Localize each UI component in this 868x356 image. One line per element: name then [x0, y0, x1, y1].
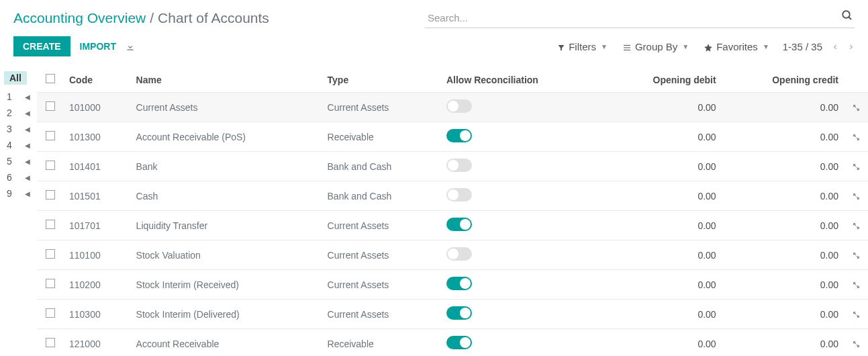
breadcrumb-separator: / [150, 10, 154, 26]
row-checkbox[interactable] [46, 101, 55, 111]
caret-left-icon: ◀ [25, 142, 30, 149]
cell-name: Cash [131, 181, 322, 211]
table-row[interactable]: 101701Liquidity TransferCurrent Assets0.… [37, 211, 868, 240]
table-row[interactable]: 101501CashBank and Cash0.000.00 [37, 181, 868, 211]
sidebar: All 1◀2◀3◀4◀5◀6◀9◀ [0, 67, 37, 356]
col-code[interactable]: Code [64, 67, 131, 93]
row-checkbox[interactable] [46, 308, 55, 318]
reconcile-toggle[interactable] [446, 306, 472, 320]
favorites-button[interactable]: Favorites ▼ [704, 40, 769, 52]
cell-opening-debit: 0.00 [604, 240, 722, 270]
cell-code: 121000 [64, 329, 131, 357]
search-icon[interactable] [841, 9, 853, 21]
cell-name: Account Receivable (PoS) [131, 122, 322, 152]
cell-type: Bank and Cash [322, 181, 441, 211]
table-row[interactable]: 110300Stock Interim (Delivered)Current A… [37, 300, 868, 329]
cell-code: 101401 [64, 152, 131, 181]
expand-icon[interactable] [844, 300, 868, 329]
col-name[interactable]: Name [131, 67, 322, 93]
table-row[interactable]: 110200Stock Interim (Received)Current As… [37, 270, 868, 300]
sidebar-item[interactable]: 2◀ [4, 105, 37, 121]
table-row[interactable]: 101300Account Receivable (PoS)Receivable… [37, 122, 868, 152]
sidebar-item[interactable]: 5◀ [4, 153, 37, 169]
cell-type: Current Assets [322, 270, 441, 300]
row-checkbox[interactable] [46, 338, 55, 347]
col-reconcile[interactable]: Allow Reconciliation [441, 67, 604, 93]
select-all-checkbox[interactable] [46, 74, 55, 83]
cell-opening-credit: 0.00 [722, 122, 844, 152]
cell-type: Current Assets [322, 300, 441, 329]
cell-opening-debit: 0.00 [604, 211, 722, 240]
cell-opening-credit: 0.00 [722, 240, 844, 270]
cell-opening-debit: 0.00 [604, 152, 722, 181]
table-row[interactable]: 101000Current AssetsCurrent Assets0.000.… [37, 93, 868, 122]
col-opening-debit[interactable]: Opening debit [604, 67, 722, 93]
row-checkbox[interactable] [46, 190, 55, 199]
reconcile-toggle[interactable] [446, 188, 472, 202]
svg-rect-2 [624, 45, 630, 46]
cell-opening-debit: 0.00 [604, 93, 722, 122]
cell-code: 110300 [64, 300, 131, 329]
import-button[interactable]: IMPORT [80, 41, 116, 52]
pager-next[interactable] [848, 40, 855, 52]
breadcrumb-root[interactable]: Accounting Overview [13, 10, 146, 26]
sidebar-item-label: 3 [7, 124, 12, 134]
pager-text: 1-35 / 35 [783, 41, 822, 52]
cell-name: Liquidity Transfer [131, 211, 322, 240]
caret-left-icon: ◀ [25, 174, 30, 181]
table-row[interactable]: 101401BankBank and Cash0.000.00 [37, 152, 868, 181]
chevron-down-icon: ▼ [763, 43, 769, 50]
caret-left-icon: ◀ [25, 93, 30, 101]
table-row[interactable]: 110100Stock ValuationCurrent Assets0.000… [37, 240, 868, 270]
row-checkbox[interactable] [46, 220, 55, 229]
reconcile-toggle[interactable] [446, 218, 472, 231]
cell-opening-credit: 0.00 [722, 300, 844, 329]
expand-icon[interactable] [844, 270, 868, 300]
filters-button[interactable]: Filters ▼ [557, 41, 608, 52]
accounts-table: Code Name Type Allow Reconciliation Open… [37, 67, 868, 356]
cell-opening-debit: 0.00 [604, 122, 722, 152]
sidebar-all[interactable]: All [4, 71, 27, 85]
caret-left-icon: ◀ [25, 109, 30, 117]
caret-left-icon: ◀ [25, 158, 30, 165]
row-checkbox[interactable] [46, 249, 55, 259]
cell-type: Current Assets [322, 93, 441, 122]
download-icon[interactable] [126, 41, 135, 52]
row-checkbox[interactable] [46, 131, 55, 140]
expand-icon[interactable] [844, 240, 868, 270]
pager-prev[interactable] [832, 40, 838, 52]
cell-name: Stock Interim (Received) [131, 270, 322, 300]
reconcile-toggle[interactable] [446, 99, 472, 113]
expand-icon[interactable] [844, 93, 868, 122]
sidebar-item[interactable]: 6◀ [4, 169, 37, 185]
reconcile-toggle[interactable] [446, 277, 472, 290]
expand-icon[interactable] [844, 211, 868, 240]
group-by-button[interactable]: Group By ▼ [622, 41, 689, 52]
reconcile-toggle[interactable] [446, 129, 472, 142]
filter-icon [557, 41, 565, 52]
reconcile-toggle[interactable] [446, 336, 472, 349]
sidebar-item[interactable]: 3◀ [4, 121, 37, 137]
expand-icon[interactable] [844, 152, 868, 181]
sidebar-item[interactable]: 4◀ [4, 137, 37, 153]
reconcile-toggle[interactable] [446, 247, 472, 261]
create-button[interactable]: CREATE [13, 36, 70, 56]
cell-code: 110100 [64, 240, 131, 270]
expand-icon[interactable] [844, 181, 868, 211]
col-opening-credit[interactable]: Opening credit [722, 67, 844, 93]
cell-code: 101701 [64, 211, 131, 240]
cell-opening-debit: 0.00 [604, 270, 722, 300]
sidebar-item[interactable]: 9◀ [4, 185, 37, 202]
search-input[interactable] [425, 8, 855, 28]
cell-opening-debit: 0.00 [604, 300, 722, 329]
caret-left-icon: ◀ [25, 190, 30, 197]
expand-icon[interactable] [844, 122, 868, 152]
reconcile-toggle[interactable] [446, 159, 472, 172]
cell-code: 101300 [64, 122, 131, 152]
row-checkbox[interactable] [46, 279, 55, 288]
col-type[interactable]: Type [322, 67, 441, 93]
sidebar-item[interactable]: 1◀ [4, 89, 37, 105]
expand-icon[interactable] [844, 329, 868, 357]
table-row[interactable]: 121000Account ReceivableReceivable0.000.… [37, 329, 868, 357]
row-checkbox[interactable] [46, 161, 55, 170]
